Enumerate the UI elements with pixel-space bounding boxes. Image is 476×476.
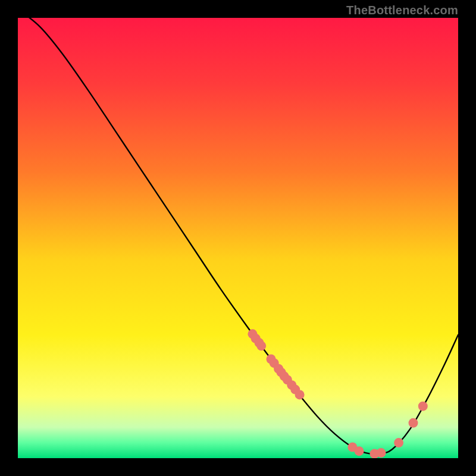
data-point bbox=[355, 446, 364, 456]
data-point bbox=[409, 418, 418, 428]
data-point bbox=[418, 402, 428, 411]
data-point bbox=[394, 438, 403, 447]
chart-svg bbox=[18, 18, 458, 458]
data-point bbox=[377, 448, 386, 458]
watermark-text: TheBottleneck.com bbox=[346, 4, 458, 17]
data-point bbox=[295, 390, 305, 399]
chart-container bbox=[18, 18, 458, 458]
data-point bbox=[256, 341, 266, 350]
